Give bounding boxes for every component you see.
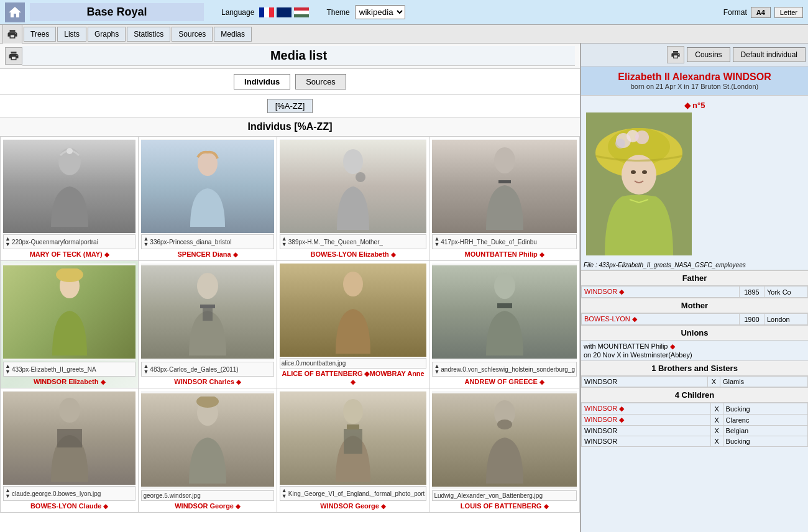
children-section-header: 4 Children <box>581 387 808 403</box>
flag-fr[interactable] <box>259 7 274 17</box>
media-image-7[interactable] <box>280 264 427 357</box>
media-name-11[interactable]: WINDSOR George ◆ <box>320 502 386 510</box>
media-name-3[interactable]: BOWES-LYON Elizabeth ◆ <box>311 250 396 258</box>
media-image-4[interactable] <box>432 139 577 233</box>
tab-individus[interactable]: Individus <box>234 74 290 89</box>
media-cell-5: ▲▼ 433px-Elizabeth_II_greets_NA WINDSOR … <box>1 261 139 388</box>
tab-statistics[interactable]: Statistics <box>127 27 170 42</box>
media-image-3[interactable] <box>280 139 427 233</box>
media-image-8[interactable] <box>432 264 577 360</box>
file-value: 433px-Elizabeth_II_greets_NASA_GSFC_empl… <box>599 262 745 268</box>
media-list-title: Media list <box>22 46 575 66</box>
svg-point-13 <box>494 273 515 299</box>
children-table: WINDSOR ◆ X Bucking WINDSOR ◆ X Clarenc … <box>581 403 808 447</box>
media-cell-10: george.5.windsor.jpg WINDSOR George ◆ <box>139 388 277 513</box>
svg-rect-20 <box>344 429 362 454</box>
union-with: with MOUNTBATTEN Philip ◆ <box>584 342 806 351</box>
father-name[interactable]: WINDSOR ◆ <box>582 287 740 298</box>
union-on: on 20 Nov X in Westminster(Abbey) <box>584 351 806 359</box>
mother-row: BOWES-LYON ◆ 1900 London <box>582 314 808 325</box>
media-image-5[interactable] <box>3 264 135 360</box>
child-row-1: WINDSOR ◆ X Bucking <box>582 403 808 415</box>
right-header: Cousins Default individual <box>581 44 808 66</box>
individual-info: Elizabeth II Alexandra WINDSOR born on 2… <box>581 66 808 96</box>
svg-point-1 <box>67 148 73 154</box>
mother-name[interactable]: BOWES-LYON ◆ <box>582 314 740 325</box>
svg-point-30 <box>615 139 625 149</box>
media-name-1[interactable]: MARY OF TECK (MAY) ◆ <box>30 250 109 258</box>
father-year: 1895 <box>740 287 764 298</box>
default-individual-button[interactable]: Default individual <box>733 47 806 62</box>
media-image-2[interactable] <box>141 139 273 233</box>
svg-rect-10 <box>200 305 215 308</box>
mother-section-header: Mother <box>581 298 808 313</box>
media-cell-8: ▲▼ andrew.0.von_schleswig_holstein_sonde… <box>429 261 580 388</box>
media-name-12[interactable]: LOUIS OF BATTENBERG ◆ <box>461 502 549 510</box>
flag-gb[interactable] <box>277 7 292 17</box>
child-name-2[interactable]: WINDSOR ◆ <box>582 415 711 426</box>
media-image-10[interactable] <box>141 391 273 489</box>
media-filename-10: george.5.windsor.jpg <box>141 490 273 501</box>
media-name-4[interactable]: MOUNTBATTEN Philip ◆ <box>465 250 544 258</box>
child-name-1[interactable]: WINDSOR ◆ <box>582 403 711 415</box>
range-button[interactable]: [%A-ZZ] <box>267 99 313 113</box>
child-x-1: X <box>710 403 723 415</box>
mother-table: BOWES-LYON ◆ 1900 London <box>581 313 808 325</box>
sibling-row-1: WINDSOR X Glamis <box>582 377 808 387</box>
tab-medias[interactable]: Medias <box>214 27 252 42</box>
individual-image[interactable] <box>586 112 692 255</box>
media-image-9[interactable] <box>3 391 135 485</box>
media-name-9[interactable]: BOWES-LYON Claude ◆ <box>30 502 109 510</box>
father-place: York Co <box>764 287 808 298</box>
svg-rect-16 <box>57 429 82 447</box>
child-place-3: Belgian <box>723 426 807 436</box>
media-filename-4: ▲▼ 417px-HRH_The_Duke_of_Edinbu <box>432 234 577 249</box>
media-cell-6: ▲▼ 483px-Carlos_de_Gales_(2011) WINDSOR … <box>139 261 277 388</box>
theme-label: Theme <box>326 8 349 17</box>
child-name-3[interactable]: WINDSOR <box>582 426 711 436</box>
media-image-6[interactable] <box>141 264 273 360</box>
media-filename-9: ▲▼ claude.george.0.bowes_lyon.jpg <box>3 486 135 501</box>
format-letter-button[interactable]: Letter <box>774 7 803 18</box>
format-a4-button[interactable]: A4 <box>751 7 771 18</box>
media-cell-4: ▲▼ 417px-HRH_The_Duke_of_Edinbu MOUNTBAT… <box>429 137 580 261</box>
media-name-5[interactable]: WINDSOR Elizabeth ◆ <box>34 378 106 385</box>
media-name-6[interactable]: WINDSOR Charles ◆ <box>174 378 241 385</box>
media-name-8[interactable]: ANDREW OF GREECE ◆ <box>464 378 544 385</box>
svg-point-8 <box>56 268 83 282</box>
tab-lists[interactable]: Lists <box>57 27 86 42</box>
tab-sources-media[interactable]: Sources <box>295 74 346 89</box>
media-filename-12: Ludwig_Alexander_von_Battenberg.jpg <box>432 490 577 501</box>
media-image-12[interactable] <box>432 391 577 489</box>
flag-hu[interactable] <box>294 7 309 17</box>
child-x-4: X <box>710 436 723 447</box>
language-flags <box>259 7 309 17</box>
child-place-2: Clarenc <box>723 415 807 426</box>
sibling-name-1[interactable]: WINDSOR <box>582 377 708 387</box>
cousins-button[interactable]: Cousins <box>687 47 730 62</box>
child-name-4[interactable]: WINDSOR <box>582 436 711 447</box>
tab-sources[interactable]: Sources <box>172 27 213 42</box>
media-filename-11: ▲▼ King_George_VI_of_England,_formal_pho… <box>280 486 427 501</box>
unions-section-header: Unions <box>581 325 808 341</box>
home-button[interactable] <box>5 2 25 22</box>
individus-header: Individus [%A-ZZ] <box>0 117 580 137</box>
theme-select[interactable]: wikipedia <box>355 5 405 19</box>
print-button-main[interactable] <box>2 24 22 44</box>
child-place-4: Bucking <box>723 436 807 447</box>
print-button-media[interactable] <box>5 47 22 65</box>
media-name-10[interactable]: WINDSOR George ◆ <box>175 502 241 510</box>
individual-born: born on 21 Apr X in 17 Bruton St.(London… <box>586 83 803 90</box>
individual-name-heading[interactable]: Elizabeth II Alexandra WINDSOR <box>586 71 803 83</box>
media-image-11[interactable] <box>280 391 427 485</box>
print-button-right[interactable] <box>667 46 684 63</box>
tab-graphs[interactable]: Graphs <box>88 27 126 42</box>
media-name-7[interactable]: ALICE OF BATTENBERG ◆MOWBRAY Anne ◆ <box>280 370 427 385</box>
main-layout: Media list Individus Sources [%A-ZZ] Ind… <box>0 44 808 532</box>
tab-trees[interactable]: Trees <box>24 27 56 42</box>
media-name-2[interactable]: SPENCER Diana ◆ <box>178 250 238 258</box>
app-title: Base Royal <box>30 3 204 21</box>
media-image-1[interactable] <box>3 139 135 233</box>
child-place-1: Bucking <box>723 403 807 415</box>
nav-tabs: Trees Lists Graphs Statistics Sources Me… <box>0 25 808 44</box>
